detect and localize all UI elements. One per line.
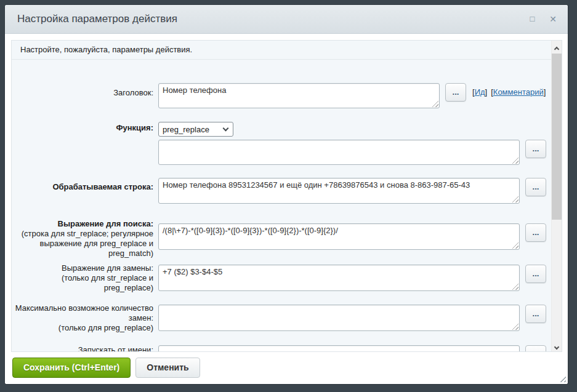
dialog-titlebar: Настройка параметров действия □ ✕ xyxy=(5,5,568,34)
maximize-button[interactable]: □ xyxy=(530,15,535,23)
run-as-more-button[interactable]: ... xyxy=(525,345,546,352)
scroll-down-button[interactable] xyxy=(552,339,562,351)
title-input[interactable]: Номер телефона xyxy=(158,83,440,108)
function-extra-input[interactable] xyxy=(158,140,520,165)
close-icon: ✕ xyxy=(549,14,557,24)
row-subject-string: Обрабатываемая строка: Номер телефона 89… xyxy=(12,178,551,204)
replace-more-button[interactable]: ... xyxy=(525,265,546,283)
replace-input[interactable]: +7 ($2) $3-$4-$5 xyxy=(158,265,520,291)
limit-more-button[interactable]: ... xyxy=(525,305,546,323)
close-button[interactable]: ✕ xyxy=(549,15,557,23)
dialog-footer: Сохранить (Ctrl+Enter) Отменить xyxy=(5,352,568,384)
title-links: [Ид][Комментарий] xyxy=(472,83,546,97)
row-function-extra: ... xyxy=(12,140,551,165)
subject-input[interactable]: Номер телефона 89531234567 и ещё один +7… xyxy=(158,178,520,204)
replace-label: Выражение для замены: (только для str_re… xyxy=(12,262,158,293)
dialog-content: Настройте, пожалуйста, параметры действи… xyxy=(5,34,568,352)
title-more-button[interactable]: ... xyxy=(445,83,466,102)
function-extra-more-button[interactable]: ... xyxy=(525,140,546,158)
form-scroll-panel: Настройте, пожалуйста, параметры действи… xyxy=(11,40,562,352)
replace-sublabel: (только для str_replace и preg_replace) xyxy=(62,273,153,292)
function-label: Функция: xyxy=(12,122,158,137)
id-link[interactable]: Ид xyxy=(475,87,485,97)
parameters-form: Заголовок: Номер телефона ... [Ид][Комме… xyxy=(12,83,562,352)
vertical-scrollbar[interactable] xyxy=(551,41,562,351)
row-function: Функция: preg_replace xyxy=(12,122,551,137)
limit-sublabel: (только для preg_replace) xyxy=(59,323,153,332)
scroll-up-button[interactable] xyxy=(552,41,562,53)
row-replace-expression: Выражение для замены: (только для str_re… xyxy=(12,262,551,293)
row-replace-limit: Максимально возможное количество замен: … xyxy=(12,302,551,333)
settings-dialog: Настройка параметров действия □ ✕ Настро… xyxy=(5,5,568,384)
scrollbar-thumb[interactable] xyxy=(552,54,562,220)
title-label: Заголовок: xyxy=(12,83,158,108)
function-select[interactable]: preg_replace xyxy=(158,122,233,137)
save-button[interactable]: Сохранить (Ctrl+Enter) xyxy=(12,358,131,378)
dialog-resize-grip[interactable] xyxy=(558,374,566,382)
run-as-label: Запускать от имени: xyxy=(12,344,158,352)
maximize-icon: □ xyxy=(530,14,535,23)
search-sublabel: (строка для str_replace; регулярное выра… xyxy=(22,229,153,258)
intro-message: Настройте, пожалуйста, параметры действи… xyxy=(12,41,562,60)
row-search-expression: Выражение для поиска: (строка для str_re… xyxy=(12,219,551,258)
limit-label: Максимально возможное количество замен: … xyxy=(12,302,158,333)
row-title: Заголовок: Номер телефона ... [Ид][Комме… xyxy=(12,83,551,108)
subject-label: Обрабатываемая строка: xyxy=(12,178,158,204)
search-more-button[interactable]: ... xyxy=(525,223,546,242)
row-run-as: Запускать от имени: ... xyxy=(12,344,551,352)
search-input[interactable]: /(8|\+7)-*([0-9]{3})-*([0-9]{3})-*([0-9]… xyxy=(158,223,520,250)
comment-link[interactable]: Комментарий xyxy=(493,87,544,97)
subject-more-button[interactable]: ... xyxy=(525,178,546,196)
run-as-input[interactable] xyxy=(158,345,520,352)
dialog-title: Настройка параметров действия xyxy=(17,13,515,25)
scroll-down-icon xyxy=(554,344,559,349)
scroll-up-icon xyxy=(554,46,559,51)
search-label: Выражение для поиска: (строка для str_re… xyxy=(12,219,158,258)
cancel-button[interactable]: Отменить xyxy=(135,358,200,378)
limit-input[interactable] xyxy=(158,305,520,331)
